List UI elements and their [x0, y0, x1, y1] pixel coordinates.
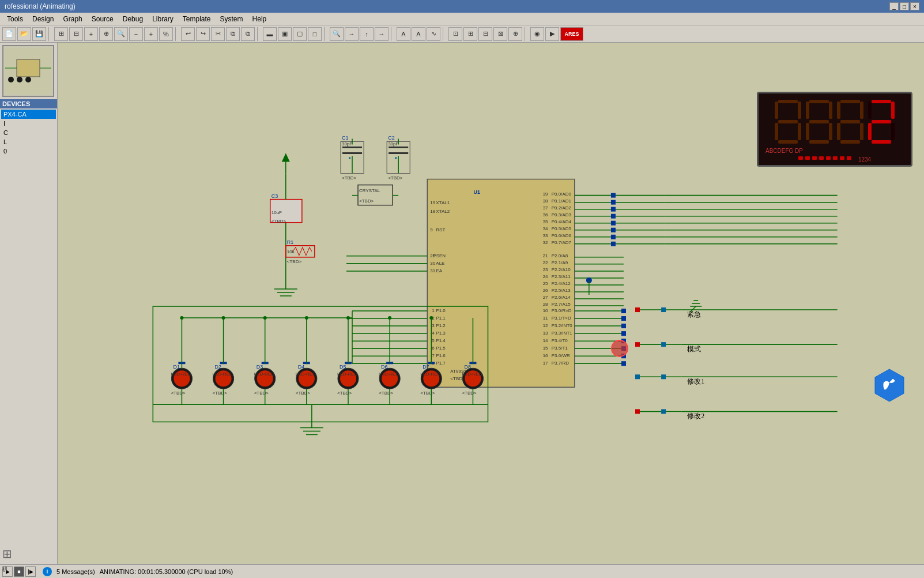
tb-b4[interactable]: ⊠ — [493, 27, 507, 41]
svg-text:XTAL1: XTAL1 — [436, 200, 450, 205]
seg-1-c — [798, 123, 801, 140]
tb-search[interactable]: 🔍 — [330, 27, 344, 41]
seg-label-row: ABCDEFG DP — [759, 147, 911, 155]
svg-text:9: 9 — [430, 227, 433, 232]
seg-top-label: ABCDEFG DP — [765, 148, 803, 154]
svg-rect-190 — [621, 346, 626, 351]
svg-text:14: 14 — [543, 338, 548, 343]
canvas-area[interactable]: C1 30pF <TBD> C2 30pF <TBD> CRYSTAL <TBD… — [58, 43, 924, 564]
tb-rect3[interactable]: ▢ — [293, 27, 307, 41]
menu-source[interactable]: Source — [87, 14, 118, 24]
svg-text:<TBD>: <TBD> — [462, 391, 477, 396]
tb-right[interactable]: → — [375, 27, 389, 41]
tb-paste1[interactable]: ⧉ — [226, 27, 240, 41]
tb-b1[interactable]: ⊡ — [448, 27, 462, 41]
device-I[interactable]: I — [1, 119, 56, 128]
menu-template[interactable]: Template — [178, 14, 216, 24]
tb-zoom[interactable]: 🔍 — [114, 27, 128, 41]
device-px4ca[interactable]: PX4-CA — [1, 110, 56, 119]
window-controls: _ □ × — [889, 2, 919, 10]
tb-b3[interactable]: ⊟ — [478, 27, 492, 41]
svg-text:P0.4/AD4: P0.4/AD4 — [552, 219, 572, 224]
svg-text:修改1: 修改1 — [687, 377, 704, 385]
svg-text:P0.3/AD3: P0.3/AD3 — [552, 212, 572, 217]
svg-text:13: 13 — [543, 331, 548, 336]
tb-rect2[interactable]: ▣ — [278, 27, 292, 41]
svg-text:D5: D5 — [340, 364, 346, 370]
tb-b2[interactable]: ⊞ — [463, 27, 477, 41]
close-button[interactable]: × — [910, 2, 919, 10]
device-C[interactable]: C — [1, 128, 56, 137]
svg-text:P2.2/A10: P2.2/A10 — [552, 267, 571, 272]
tb-ares[interactable]: ARES — [560, 27, 583, 41]
svg-text:17: 17 — [543, 361, 548, 366]
svg-rect-186 — [621, 316, 626, 321]
tb-undo[interactable]: ↩ — [181, 27, 195, 41]
tb-a3[interactable]: ∿ — [427, 27, 440, 41]
tb-grid[interactable]: ⊟ — [69, 27, 83, 41]
tb-arrow[interactable]: → — [345, 27, 359, 41]
menu-graph[interactable]: Graph — [58, 14, 86, 24]
seg-4-d — [872, 140, 891, 144]
svg-text:5: 5 — [432, 338, 435, 343]
tb-zoom-out[interactable]: − — [129, 27, 143, 41]
minimize-button[interactable]: _ — [889, 2, 899, 10]
svg-text:P1.4: P1.4 — [436, 338, 446, 343]
tb-zoom-fit[interactable]: % — [159, 27, 173, 41]
menu-bar: Tools Design Graph Source Debug Library … — [0, 13, 924, 25]
svg-text:P3.1/T×D: P3.1/T×D — [552, 316, 571, 321]
tb-paste2[interactable]: ⧉ — [241, 27, 255, 41]
svg-text:21: 21 — [543, 253, 548, 258]
tb-cut[interactable]: ✂ — [211, 27, 225, 41]
tb-add[interactable]: + — [84, 27, 98, 41]
tb-save[interactable]: 💾 — [32, 27, 46, 41]
tb-redo[interactable]: ↪ — [196, 27, 210, 41]
svg-text:D8: D8 — [464, 364, 471, 370]
tb-c2[interactable]: ▶ — [545, 27, 559, 41]
maximize-button[interactable]: □ — [900, 2, 909, 10]
svg-text:RST: RST — [436, 227, 445, 232]
tb-zoom-in[interactable]: + — [144, 27, 158, 41]
app-title: rofessional (Animating) — [5, 2, 76, 10]
svg-text:<TBD>: <TBD> — [287, 259, 302, 264]
tb-copy[interactable]: ⊞ — [54, 27, 68, 41]
tb-rect1[interactable]: ▬ — [263, 27, 277, 41]
status-animating: ANIMATING: 00:01:05.300000 (CPU load 10%… — [100, 568, 233, 575]
seg-digit-3 — [836, 99, 865, 145]
tb-rect4[interactable]: □ — [308, 27, 322, 41]
tb-move[interactable]: ⊕ — [99, 27, 113, 41]
svg-point-276 — [429, 316, 433, 320]
svg-text:P2.7/A15: P2.7/A15 — [552, 302, 571, 307]
devices-header: DEVICES — [0, 99, 57, 108]
tb-c1[interactable]: ◉ — [530, 27, 544, 41]
seg-4-c — [891, 123, 895, 140]
status-step[interactable]: |▶ — [25, 566, 36, 577]
tb-a2[interactable]: A — [412, 27, 425, 41]
menu-debug[interactable]: Debug — [118, 14, 148, 24]
menu-tools[interactable]: Tools — [2, 14, 28, 24]
seg-dot-3 — [812, 156, 817, 160]
tb-up[interactable]: ↑ — [360, 27, 374, 41]
tb-sep4 — [324, 27, 327, 41]
menu-help[interactable]: Help — [248, 14, 271, 24]
svg-rect-137 — [611, 207, 616, 212]
toolbar: 📄 📂 💾 ⊞ ⊟ + ⊕ 🔍 − + % ↩ ↪ ✂ ⧉ ⧉ ▬ ▣ ▢ □ … — [0, 25, 924, 43]
seg-4-b — [891, 102, 895, 119]
svg-text:P1.2: P1.2 — [436, 323, 446, 328]
svg-rect-185 — [621, 309, 626, 313]
menu-system[interactable]: System — [216, 14, 248, 24]
status-stop[interactable]: ■ — [14, 566, 24, 577]
bottom-icon1: ⊞ — [2, 547, 12, 561]
tb-open[interactable]: 📂 — [17, 27, 31, 41]
tb-a1[interactable]: A — [397, 27, 410, 41]
svg-text:修改2: 修改2 — [687, 412, 704, 420]
device-0[interactable]: 0 — [1, 147, 56, 156]
menu-design[interactable]: Design — [28, 14, 58, 24]
device-L[interactable]: L — [1, 137, 56, 147]
svg-rect-283 — [635, 342, 640, 347]
menu-library[interactable]: Library — [148, 14, 178, 24]
seg-1-b — [798, 102, 801, 119]
tb-new[interactable]: 📄 — [2, 27, 16, 41]
tb-b5[interactable]: ⊕ — [508, 27, 522, 41]
svg-text:P0.0/AD0: P0.0/AD0 — [552, 192, 572, 197]
